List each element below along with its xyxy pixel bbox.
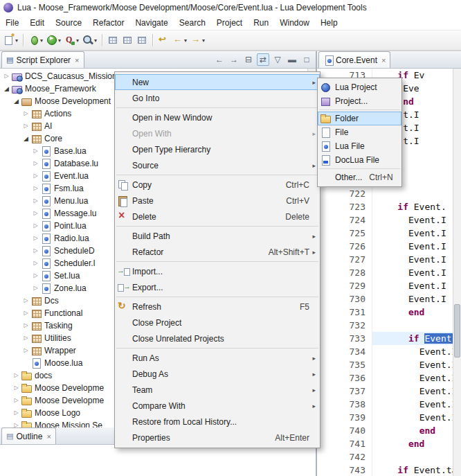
code-line[interactable]: if Event. [372, 200, 461, 213]
code-line[interactable] [372, 187, 461, 200]
collapsed-arrow-icon[interactable]: ▷ [31, 182, 40, 195]
code-line[interactable]: end [372, 437, 461, 450]
menu-item-copy[interactable]: CopyCtrl+C [115, 177, 320, 193]
back-icon[interactable]: ← [213, 53, 226, 66]
menubar-edit[interactable]: Edit [24, 17, 50, 29]
submenu-item-folder[interactable]: Folder [318, 112, 401, 125]
code-line[interactable]: Event.I [372, 358, 461, 371]
collapsed-arrow-icon[interactable]: ▷ [21, 120, 30, 132]
expanded-arrow-icon[interactable]: ◢ [21, 132, 30, 145]
menubar-help[interactable]: Help [315, 17, 343, 29]
submenu-item-other[interactable]: Other...Ctrl+N [318, 170, 401, 184]
code-line[interactable]: Event.I [372, 253, 461, 266]
collapsed-arrow-icon[interactable]: ▷ [31, 170, 40, 182]
code-line[interactable]: Event.I [372, 227, 461, 240]
collapsed-arrow-icon[interactable]: ▷ [31, 257, 40, 270]
dropdown-arrow-icon[interactable]: ▾ [94, 37, 97, 44]
menubar-run[interactable]: Run [248, 17, 274, 29]
collapsed-arrow-icon[interactable]: ▷ [31, 157, 40, 170]
toggle-mark-occurrences-button[interactable] [106, 31, 120, 49]
submenu-item-lua-project[interactable]: Lua Project [318, 80, 401, 94]
close-icon[interactable]: × [46, 432, 51, 441]
dropdown-arrow-icon[interactable]: ▾ [202, 37, 205, 44]
collapsed-arrow-icon[interactable]: ▷ [12, 369, 21, 382]
close-icon[interactable]: × [75, 56, 79, 64]
collapsed-arrow-icon[interactable]: ▷ [12, 394, 21, 407]
collapsed-arrow-icon[interactable]: ▷ [31, 270, 40, 282]
menubar-project[interactable]: Project [211, 17, 248, 29]
collapsed-arrow-icon[interactable]: ▷ [12, 407, 21, 419]
code-line[interactable]: Event.I [372, 292, 461, 306]
code-line[interactable]: end [372, 306, 461, 319]
collapsed-arrow-icon[interactable]: ▷ [21, 344, 30, 357]
menu-item-close-project[interactable]: Close Project [115, 315, 320, 330]
menu-item-go-into[interactable]: Go Into [115, 90, 320, 106]
toggle-whitespace-button[interactable] [135, 31, 149, 49]
menu-item-restore-from-local-history[interactable]: Restore from Local History... [115, 414, 320, 430]
code-line[interactable]: Event.I [372, 240, 461, 253]
menu-item-source[interactable]: Source▸ [115, 157, 320, 173]
new-wizard-button[interactable]: ▾ [2, 31, 19, 49]
dropdown-arrow-icon[interactable]: ▾ [58, 37, 61, 44]
code-line[interactable]: Event.I [372, 213, 461, 227]
link-with-editor-icon[interactable]: ⇄ [257, 53, 269, 66]
collapsed-arrow-icon[interactable]: ▷ [31, 195, 40, 207]
menu-item-open-in-new-window[interactable]: Open in New Window [115, 109, 320, 125]
menu-item-refresh[interactable]: RefreshF5 [115, 299, 320, 315]
menu-item-team[interactable]: Team▸ [115, 382, 320, 398]
collapsed-arrow-icon[interactable]: ▷ [2, 70, 11, 82]
forward-button[interactable]: ▾ [189, 31, 206, 49]
collapsed-arrow-icon[interactable]: ▷ [12, 382, 21, 394]
forward-icon[interactable]: → [228, 53, 240, 66]
code-line[interactable] [372, 450, 461, 464]
collapsed-arrow-icon[interactable]: ▷ [21, 332, 30, 344]
tab-script-explorer[interactable]: ▤ Script Explorer × [1, 51, 84, 68]
menu-item-compare-with[interactable]: Compare With▸ [115, 398, 320, 414]
menubar-file[interactable]: File [0, 17, 24, 29]
back-button[interactable]: ▾ [171, 31, 188, 49]
menu-item-build-path[interactable]: Build Path▸ [115, 228, 320, 244]
collapsed-arrow-icon[interactable]: ▷ [31, 245, 40, 257]
tab-core-event[interactable]: Core.Event × [318, 51, 390, 68]
expanded-arrow-icon[interactable]: ◢ [2, 82, 11, 95]
menubar-window[interactable]: Window [274, 17, 315, 29]
dropdown-arrow-icon[interactable]: ▾ [76, 37, 79, 44]
collapsed-arrow-icon[interactable]: ▷ [31, 207, 40, 220]
menubar-source[interactable]: Source [50, 17, 87, 29]
run-button[interactable]: ▾ [45, 31, 62, 49]
dropdown-arrow-icon[interactable]: ▾ [184, 37, 187, 44]
menu-item-refactor[interactable]: RefactorAlt+Shift+T▸ [115, 244, 320, 260]
menu-item-new[interactable]: New▸ [115, 74, 320, 90]
code-line[interactable]: if Event.ta [372, 464, 461, 476]
code-line[interactable]: Event.I [372, 345, 461, 358]
collapsed-arrow-icon[interactable]: ▷ [31, 220, 40, 232]
dropdown-arrow-icon[interactable]: ▾ [40, 37, 43, 44]
menubar-refactor[interactable]: Refactor [87, 17, 129, 29]
menu-item-close-unrelated-projects[interactable]: Close Unrelated Projects [115, 330, 320, 346]
menu-item-export[interactable]: Export... [115, 279, 320, 295]
profile-button[interactable]: ▾ [63, 31, 80, 49]
close-icon[interactable]: × [381, 56, 386, 64]
code-line[interactable]: Event.I [372, 371, 461, 385]
menubar-search[interactable]: Search [174, 17, 211, 29]
last-edit-location-button[interactable] [156, 31, 170, 49]
collapsed-arrow-icon[interactable]: ▷ [31, 145, 40, 157]
menu-item-paste[interactable]: PasteCtrl+V [115, 193, 320, 209]
code-line[interactable]: Event.I [372, 279, 461, 292]
search-button[interactable]: ▾ [81, 31, 98, 49]
collapsed-arrow-icon[interactable]: ▷ [31, 282, 40, 294]
code-line[interactable]: Event.I [372, 385, 461, 398]
menu-item-properties[interactable]: PropertiesAlt+Enter [115, 430, 320, 446]
editor-scrollbar-thumb[interactable] [454, 304, 460, 358]
menubar-navigate[interactable]: Navigate [129, 17, 173, 29]
menu-item-import[interactable]: Import... [115, 263, 320, 279]
code-line[interactable]: Event.I [372, 411, 461, 424]
code-line[interactable]: Event.I [372, 266, 461, 279]
view-menu-icon[interactable]: ▽ [271, 53, 284, 66]
code-line[interactable] [372, 319, 461, 332]
menu-item-delete[interactable]: DeleteDelete [115, 209, 320, 224]
menu-item-debug-as[interactable]: Debug As▸ [115, 366, 320, 382]
submenu-item-project[interactable]: Project... [318, 94, 401, 108]
collapsed-arrow-icon[interactable]: ▷ [21, 319, 30, 332]
collapse-all-icon[interactable]: ⊟ [242, 53, 255, 66]
